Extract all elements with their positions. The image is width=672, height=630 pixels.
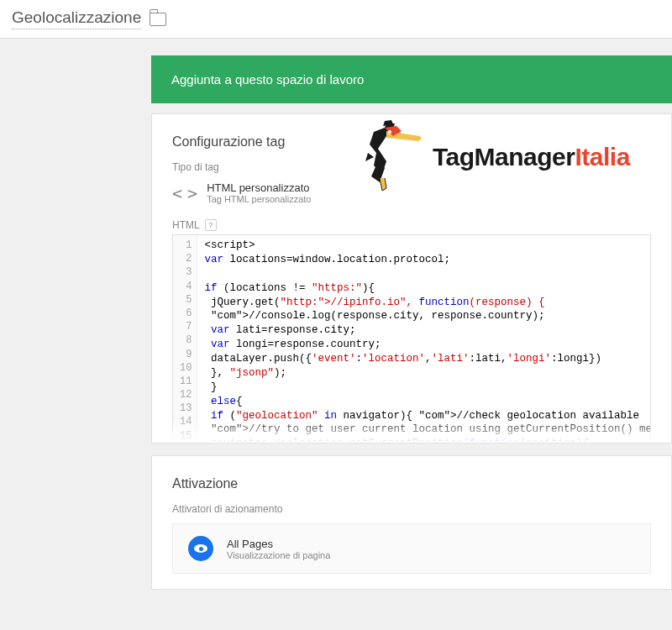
trigger-info: All Pages Visualizzazione di pagina (227, 538, 330, 560)
workspace-banner: Aggiunta a questo spazio di lavoro (151, 55, 672, 103)
code-brackets-icon: < > (172, 183, 195, 203)
pageview-trigger-icon (188, 536, 213, 561)
help-icon[interactable]: ? (205, 219, 217, 231)
tag-type-row[interactable]: < > HTML personalizzato Tag HTML persona… (172, 181, 651, 204)
page-title[interactable]: Geolocalizzazione (12, 8, 141, 29)
tag-type-info: HTML personalizzato Tag HTML personalizz… (207, 181, 311, 204)
folder-icon[interactable] (150, 13, 166, 26)
tag-type-name: HTML personalizzato (207, 181, 311, 194)
trigger-name: All Pages (227, 538, 330, 550)
activation-card[interactable]: Attivazione Attivatori di azionamento Al… (151, 455, 672, 590)
trigger-desc: Visualizzazione di pagina (227, 550, 330, 560)
code-body[interactable]: <script> var locations=window.location.p… (197, 235, 650, 442)
page-header: Geolocalizzazione (0, 0, 672, 39)
type-label: Tipo di tag (172, 161, 651, 173)
code-editor[interactable]: 123456789101112131415161718 <script> var… (172, 234, 651, 443)
tag-config-card[interactable]: Configurazione tag Tipo di tag < > HTML … (151, 113, 672, 444)
main-content: Aggiunta a questo spazio di lavoro Confi… (0, 55, 672, 590)
activation-subtitle: Attivatori di azionamento (172, 503, 651, 515)
banner-text: Aggiunta a questo spazio di lavoro (171, 72, 364, 87)
line-numbers: 123456789101112131415161718 (173, 235, 197, 442)
card-fade (152, 417, 671, 443)
eye-icon (194, 544, 207, 553)
html-section-label: HTML ? (172, 219, 651, 231)
activation-title: Attivazione (172, 476, 651, 491)
config-title: Configurazione tag (172, 134, 651, 150)
trigger-row[interactable]: All Pages Visualizzazione di pagina (172, 523, 651, 574)
tag-type-desc: Tag HTML personalizzato (207, 194, 311, 204)
